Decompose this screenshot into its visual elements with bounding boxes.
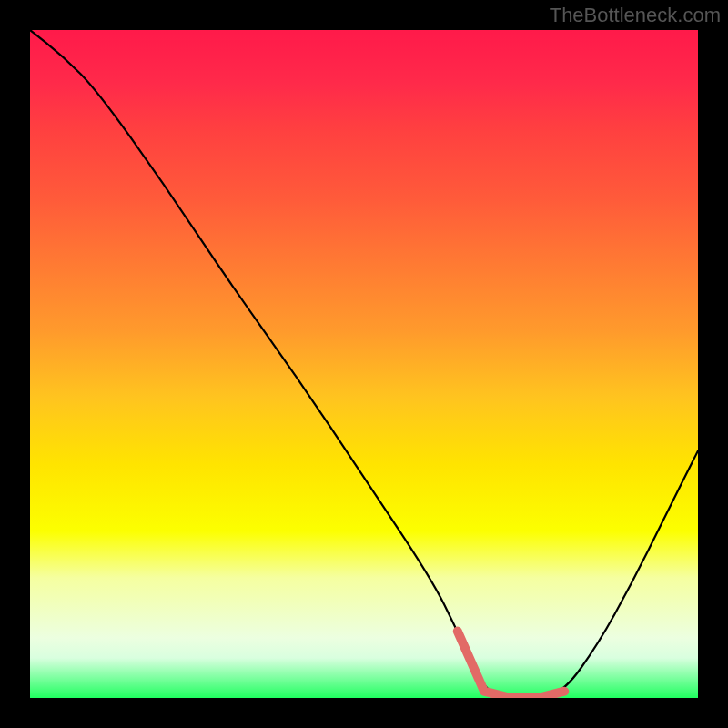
chart-plot-area	[30, 30, 698, 698]
chart-curve-svg	[30, 30, 698, 698]
bottleneck-curve-line	[30, 30, 698, 698]
highlight-segment	[458, 632, 564, 698]
attribution-label: TheBottleneck.com	[550, 4, 721, 27]
